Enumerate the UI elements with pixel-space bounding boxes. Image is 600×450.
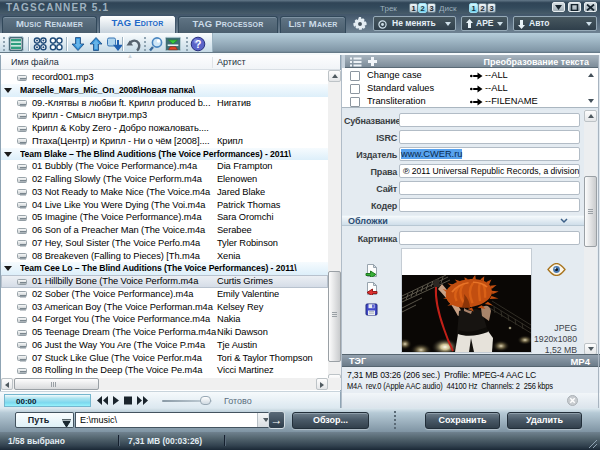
svg-text:?: ? [195,38,202,50]
